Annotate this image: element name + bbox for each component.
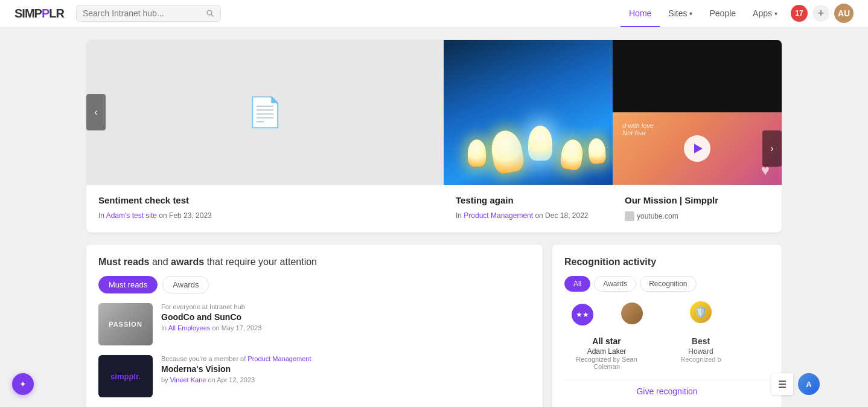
bottom-grid: Must reads and awards that require your …: [86, 245, 782, 407]
rec-person-2: Howard: [659, 347, 743, 356]
must-read-thumb-2: simpplr.: [98, 355, 153, 397]
bottom-right-actions: ☰ A: [771, 373, 820, 395]
rec-avatar-1: [620, 301, 644, 325]
tab-must-reads[interactable]: Must reads: [98, 276, 158, 293]
must-read-author-link-2[interactable]: Vineet Kane: [170, 376, 206, 383]
nav-home[interactable]: Home: [621, 0, 660, 27]
play-button[interactable]: [684, 135, 710, 162]
must-read-group-link-1[interactable]: All Employees: [168, 324, 211, 332]
carousel-left: 📄 ‹: [86, 40, 444, 185]
rec-recognized-by-1: Recognized by Sean Coleman: [564, 356, 649, 370]
recognition-title: Recognition activity: [564, 257, 770, 268]
must-read-thumb-1: PASSION: [98, 303, 153, 345]
must-read-meta-1: In All Employees on May 17, 2023: [161, 324, 531, 332]
recognition-items: ★★ All star Adam Laker Recognized by Sea…: [564, 301, 770, 370]
ai-assistant-button[interactable]: ✦: [12, 373, 34, 395]
must-read-title-2[interactable]: Moderna's Vision: [161, 364, 531, 374]
thumb-passion-image: PASSION: [98, 303, 153, 345]
notification-badge[interactable]: 17: [791, 5, 808, 22]
list-view-button[interactable]: ☰: [771, 373, 793, 395]
avatar[interactable]: AU: [834, 4, 854, 23]
must-reads-card: Must reads and awards that require your …: [86, 245, 543, 407]
document-icon: 📄: [247, 95, 283, 129]
card-date-2: on: [535, 211, 545, 220]
must-read-group-link-2[interactable]: Product Management: [247, 355, 311, 362]
must-read-audience-2: Because you're a member of Product Manag…: [161, 355, 531, 362]
rec-person-1: Adam Laker: [564, 347, 649, 356]
thumb-simpplr-image: simpplr.: [98, 355, 153, 397]
must-reads-tabs: Must reads Awards: [98, 276, 531, 293]
must-read-item-1: PASSION For everyone at Intranet hub Goo…: [98, 303, 531, 345]
play-icon: [694, 144, 703, 153]
must-reads-section-title: Must reads and awards that require your …: [98, 257, 531, 268]
search-bar: [76, 5, 221, 22]
svg-marker-2: [694, 144, 703, 153]
carousel-prev-button[interactable]: ‹: [86, 94, 106, 130]
recognition-item-1: ★★ All star Adam Laker Recognized by Sea…: [564, 301, 649, 370]
must-reads-label: Must reads: [98, 257, 149, 267]
card-location-link-1[interactable]: Adam's test site: [106, 211, 157, 220]
nav-links: Home Sites ▾ People Apps ▾: [621, 0, 786, 27]
add-button[interactable]: +: [812, 5, 829, 22]
card-title-3: Our Mission | Simpplr: [625, 195, 770, 205]
must-read-content-2: Because you're a member of Product Manag…: [161, 355, 531, 383]
awards-label: awards: [171, 257, 204, 267]
rec-tab-awards[interactable]: Awards: [594, 276, 636, 292]
rec-avatars-1: ★★: [564, 301, 649, 332]
chevron-down-icon: ▾: [689, 10, 692, 17]
nav-sites[interactable]: Sites ▾: [660, 0, 701, 27]
card-date-1: on: [159, 211, 169, 220]
list-icon: ☰: [778, 379, 787, 390]
search-input[interactable]: [83, 8, 206, 18]
bottom-avatar[interactable]: A: [798, 373, 820, 395]
recognition-item-2: 🛡️ Best Howard Recognized b: [659, 301, 743, 370]
must-read-item-2: simpplr. Because you're a member of Prod…: [98, 355, 531, 397]
youtube-icon: [625, 211, 634, 221]
card-location-link-2[interactable]: Product Management: [464, 211, 533, 220]
ai-icon: ✦: [19, 379, 27, 389]
card-info-3: Our Mission | Simpplr youtube.com: [613, 185, 782, 232]
logo[interactable]: SIMPPLR: [14, 7, 64, 21]
nav-actions: 17 + AU: [791, 4, 854, 23]
must-read-audience-1: For everyone at Intranet hub: [161, 303, 531, 310]
carousel-next-button[interactable]: ›: [762, 130, 782, 167]
rec-badge-2: 🛡️: [690, 301, 712, 323]
carousel-right-bottom: d with loveNot fear ♥ ›: [613, 112, 782, 185]
rec-award-name-1: All star: [564, 336, 649, 346]
rec-badge-1: ★★: [572, 304, 593, 325]
nav-people[interactable]: People: [701, 0, 744, 27]
card-meta-2: In Product Management on Dec 18, 2022: [456, 211, 601, 220]
search-icon: [206, 9, 214, 18]
card-title-1: Sentiment check test: [98, 195, 432, 205]
carousel-center-image: [444, 40, 613, 185]
rec-tab-all[interactable]: All: [564, 276, 590, 292]
card-source-3: youtube.com: [637, 212, 678, 220]
carousel-center: [444, 40, 613, 185]
rec-tab-recognition[interactable]: Recognition: [640, 276, 696, 292]
carousel: 📄 ‹ d with love: [86, 40, 782, 185]
rec-recognized-by-2: Recognized b: [659, 356, 743, 363]
recognition-card: Recognition activity All Awards Recognit…: [552, 245, 782, 407]
must-read-title-1[interactable]: GoodCo and SunCo: [161, 312, 531, 322]
card-info-1: Sentiment check test In Adam's test site…: [86, 185, 444, 232]
rec-award-name-2: Best: [659, 336, 743, 346]
card-title-2: Testing again: [456, 195, 601, 205]
must-read-date-1: May 17, 2023: [222, 324, 262, 332]
card-date-value-2: Dec 18, 2022: [545, 211, 588, 220]
svg-line-1: [211, 14, 214, 17]
tab-awards[interactable]: Awards: [162, 276, 209, 293]
card-info-2: Testing again In Product Management on D…: [444, 185, 613, 232]
carousel-info-row: Sentiment check test In Adam's test site…: [86, 185, 782, 232]
chevron-down-icon: ▾: [774, 10, 777, 17]
svg-point-0: [207, 10, 212, 15]
must-read-content-1: For everyone at Intranet hub GoodCo and …: [161, 303, 531, 332]
nav-apps[interactable]: Apps ▾: [744, 0, 786, 27]
rec-avatars-2: 🛡️: [659, 301, 743, 332]
recognition-tabs: All Awards Recognition: [564, 276, 770, 292]
must-read-date-2: Apr 12, 2023: [217, 376, 255, 383]
card-date-value-1: Feb 23, 2023: [169, 211, 212, 220]
give-recognition-button[interactable]: Give recognition: [564, 380, 770, 402]
love-text: d with loveNot fear: [622, 122, 654, 136]
card-meta-1: In Adam's test site on Feb 23, 2023: [98, 211, 432, 220]
main-content: 📄 ‹ d with love: [72, 28, 796, 407]
